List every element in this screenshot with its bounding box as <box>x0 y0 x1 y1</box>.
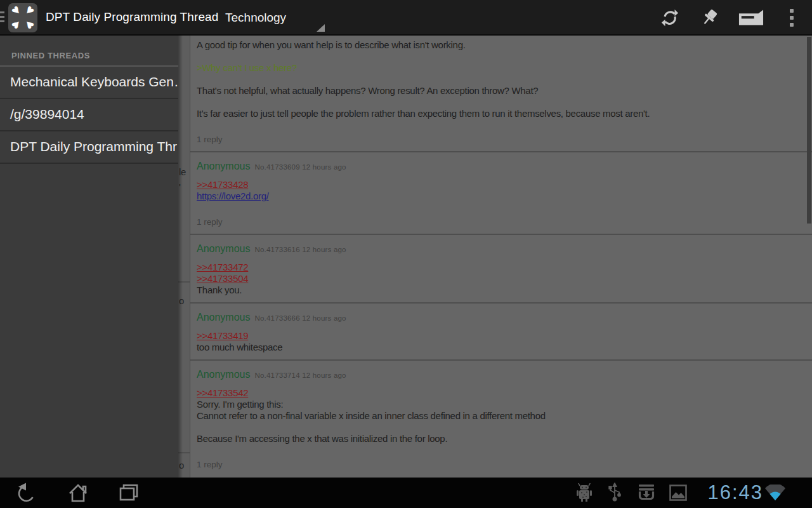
screen: le'oo A good tip for when you want help … <box>0 0 812 508</box>
blank-line <box>197 97 806 108</box>
post-header: AnonymousNo.41733616 12 hours ago <box>197 243 806 253</box>
post-number: No.41733714 <box>255 371 300 379</box>
refresh-button[interactable] <box>655 0 685 36</box>
poster-name: Anonymous <box>197 243 251 254</box>
list-divider <box>178 281 190 283</box>
reply-icon <box>738 9 764 27</box>
post-text-line: >>41733419 <box>197 330 806 342</box>
overflow-menu-button[interactable] <box>782 0 802 36</box>
action-bar: ♥ ♥ ♥ ♥ DPT Daily Programming Thread Tec… <box>0 0 812 36</box>
reply-count[interactable]: 1 reply <box>197 460 806 470</box>
overflow-dot <box>790 9 794 13</box>
quote-link[interactable]: >>41733472 <box>197 262 248 272</box>
board-spinner[interactable]: Technology <box>216 3 327 33</box>
download-icon <box>634 478 658 508</box>
clipped-text-fragment: le <box>179 166 186 177</box>
clover-petal: ♥ <box>20 15 39 34</box>
post: A good tip for when you want help is to … <box>190 36 812 152</box>
post-header: AnonymousNo.41733666 12 hours ago <box>197 312 806 322</box>
blank-line <box>197 51 806 62</box>
drawer-indicator-icon[interactable] <box>0 11 4 24</box>
post-text-line: too much whitespace <box>197 342 806 353</box>
overflow-dot <box>790 16 794 20</box>
quote-link[interactable]: >>41733428 <box>197 179 248 190</box>
post: AnonymousNo.41733666 12 hours ago>>41733… <box>190 304 812 361</box>
spinner-caret-icon <box>317 24 325 32</box>
blank-line <box>197 422 806 433</box>
system-nav-bar: 16:43 <box>0 478 812 508</box>
post-text-line: Cannot refer to a non-final variable x i… <box>197 410 806 422</box>
clipped-text-fragment: ' <box>179 182 181 192</box>
home-button[interactable] <box>62 478 94 508</box>
drawer-header-label: PINNED THREADS <box>11 51 90 60</box>
post-header: AnonymousNo.41733714 12 hours ago <box>197 369 806 379</box>
post-text-line: It's far easier to just tell people the … <box>197 108 806 119</box>
post-text-line: >>41733542 <box>197 387 806 399</box>
usb-debug-icon <box>572 478 596 508</box>
list-divider <box>178 452 190 453</box>
thread-pane: A good tip for when you want help is to … <box>190 36 812 478</box>
pinned-threads-drawer: PINNED THREADS Mechanical Keyboards Gen…… <box>0 36 178 478</box>
quote-link[interactable]: >>41733419 <box>197 330 248 341</box>
pin-icon <box>699 8 719 28</box>
post-time: 12 hours ago <box>300 246 346 253</box>
post-text-line: https://love2d.org/ <box>197 190 806 202</box>
usb-icon <box>604 478 625 508</box>
post: AnonymousNo.41733609 12 hours ago>>41733… <box>190 152 812 235</box>
clipped-text-fragment: o <box>179 460 184 471</box>
post-number: No.41733616 <box>255 246 300 253</box>
clover-app-icon[interactable]: ♥ ♥ ♥ ♥ <box>8 3 37 32</box>
drawer-item[interactable]: /g/39894014 <box>0 99 178 131</box>
post-header: AnonymousNo.41733609 12 hours ago <box>197 161 806 171</box>
drawer-item[interactable]: DPT Daily Programming Thr… <box>0 131 178 164</box>
poster-name: Anonymous <box>197 161 251 171</box>
post-meta: No.41733666 12 hours ago <box>255 314 346 322</box>
quote-link[interactable]: >>41733504 <box>197 273 248 284</box>
post-text-line: That's not helpful, what actually happen… <box>197 85 806 97</box>
post-text-line: Because I'm accessing the x that was ini… <box>197 433 806 444</box>
post-time: 12 hours ago <box>300 314 346 322</box>
recents-icon <box>118 483 140 503</box>
external-link[interactable]: https://love2d.org/ <box>197 190 269 201</box>
gallery-icon <box>666 478 690 508</box>
post-meta: No.41733616 12 hours ago <box>255 246 346 253</box>
back-button[interactable] <box>11 478 43 508</box>
wifi-icon <box>764 478 787 508</box>
pin-thread-button[interactable] <box>694 0 724 36</box>
clipped-text-fragment: o <box>179 295 184 306</box>
blank-line <box>197 74 806 85</box>
reply-count[interactable]: 1 reply <box>197 135 806 145</box>
refresh-icon <box>660 8 679 27</box>
post-meta: No.41733609 12 hours ago <box>255 163 346 171</box>
post-text-line: >>41733428 <box>197 179 806 190</box>
status-clock: 16:43 <box>707 478 763 508</box>
drawer-header: PINNED THREADS <box>0 36 178 67</box>
board-spinner-label: Technology <box>225 3 286 33</box>
post-time: 12 hours ago <box>300 371 346 379</box>
scrollbar-thumb[interactable] <box>807 37 811 224</box>
post-text-line: A good tip for when you want help is to … <box>197 39 806 51</box>
post-text-line: >>41733472 <box>197 262 806 273</box>
thread-list-sliver: le'oo <box>178 36 190 478</box>
post-time: 12 hours ago <box>300 163 346 171</box>
reply-button[interactable] <box>733 0 769 36</box>
post-text-line: Thank you. <box>197 284 806 296</box>
post-number: No.41733666 <box>255 314 300 322</box>
post-text-line: >>41733504 <box>197 273 806 284</box>
post: AnonymousNo.41733714 12 hours ago>>41733… <box>190 361 812 476</box>
home-icon <box>67 483 89 503</box>
reply-count[interactable]: 1 reply <box>197 217 806 227</box>
post: AnonymousNo.41733616 12 hours ago>>41733… <box>190 235 812 304</box>
page-title: DPT Daily Programming Thread <box>46 0 218 34</box>
recents-button[interactable] <box>113 478 145 508</box>
post-number: No.41733609 <box>255 163 300 171</box>
drawer-item[interactable]: Mechanical Keyboards Gen… <box>0 67 178 99</box>
overflow-dot <box>790 23 794 27</box>
post-text-line: Sorry. I'm getting this: <box>197 399 806 410</box>
back-icon <box>16 482 39 504</box>
poster-name: Anonymous <box>197 369 251 380</box>
post-meta: No.41733714 12 hours ago <box>255 371 346 379</box>
greentext-line: >Why can't I use x here? <box>197 62 806 74</box>
quote-link[interactable]: >>41733542 <box>197 387 248 398</box>
poster-name: Anonymous <box>197 312 251 323</box>
